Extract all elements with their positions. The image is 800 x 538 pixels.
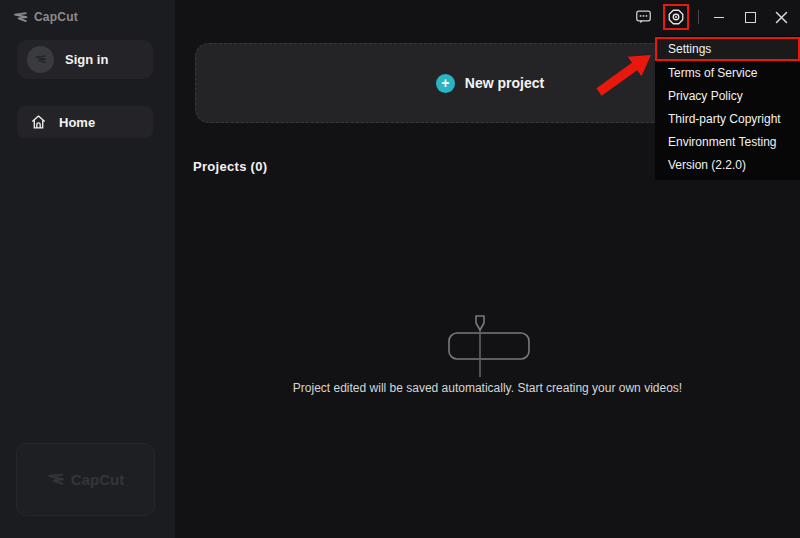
capcut-watermark-logo-icon [47, 473, 65, 486]
sidebar-item-home[interactable]: Home [17, 106, 153, 138]
menu-item-privacy-policy[interactable]: Privacy Policy [655, 84, 800, 107]
home-icon [30, 114, 47, 130]
menu-item-terms-of-service[interactable]: Terms of Service [655, 61, 800, 84]
capcut-avatar-glyph-icon [34, 55, 47, 64]
capcut-window: CapCut Sign in Home CapCut [0, 0, 800, 538]
app-title: CapCut [34, 10, 78, 24]
menu-item-third-party-copyright[interactable]: Third-party Copyright [655, 107, 800, 130]
menu-item-environment-testing[interactable]: Environment Testing [655, 130, 800, 153]
red-arrow-annotation [588, 46, 658, 100]
projects-heading: Projects (0) [193, 159, 267, 174]
empty-timeline-illustration [440, 310, 540, 380]
capcut-watermark: CapCut [16, 443, 155, 516]
new-project-label: New project [465, 75, 544, 91]
empty-state-text: Project edited will be saved automatical… [175, 381, 800, 395]
sign-in-button[interactable]: Sign in [17, 40, 153, 79]
settings-dropdown-menu: Settings Terms of Service Privacy Policy… [655, 36, 800, 180]
close-button[interactable] [770, 6, 792, 28]
gear-icon[interactable] [666, 7, 686, 27]
avatar [27, 46, 54, 73]
titlebar-controls [632, 0, 792, 34]
menu-item-settings[interactable]: Settings [655, 37, 800, 61]
menu-item-version[interactable]: Version (2.2.0) [655, 153, 800, 176]
capcut-logo-icon [13, 12, 28, 23]
app-brand: CapCut [13, 10, 78, 24]
sidebar: CapCut Sign in Home CapCut [0, 0, 175, 538]
titlebar-separator [698, 10, 699, 24]
watermark-label: CapCut [71, 471, 124, 488]
settings-gear-highlight-box [663, 4, 689, 30]
maximize-button[interactable] [739, 6, 761, 28]
home-label: Home [59, 115, 95, 130]
feedback-icon[interactable] [632, 6, 654, 28]
minimize-button[interactable] [708, 6, 730, 28]
sign-in-label: Sign in [65, 52, 108, 67]
plus-icon: + [436, 74, 455, 93]
